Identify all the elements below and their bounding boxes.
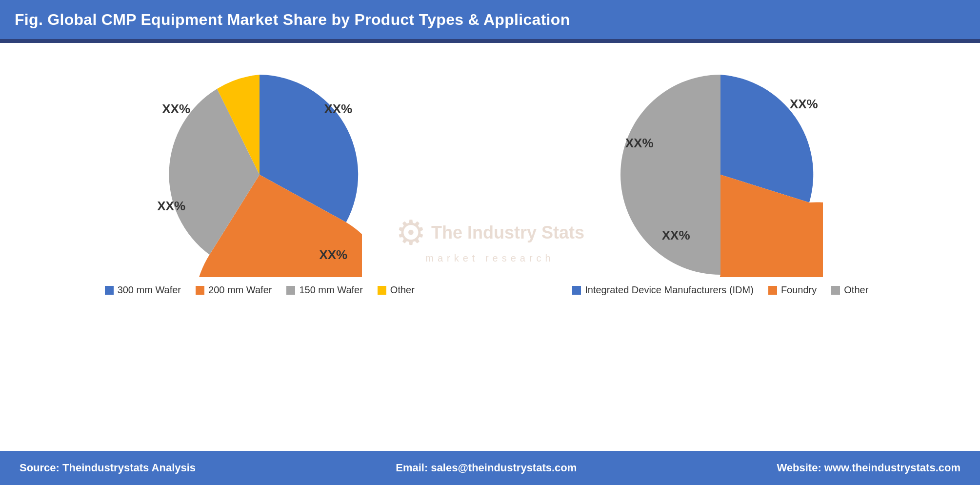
dark-divider	[0, 39, 980, 43]
legend-label-other-left: Other	[390, 284, 415, 296]
legend-color-150mm	[286, 286, 295, 295]
page-title: Fig. Global CMP Equipment Market Share b…	[15, 11, 570, 29]
legend-color-other-right	[831, 286, 840, 295]
legend-label-foundry: Foundry	[781, 284, 817, 296]
footer-email: Email: sales@theindustrystats.com	[396, 462, 577, 474]
legend-color-foundry	[768, 286, 777, 295]
main-content: ⚙ The Industry Stats market research	[0, 43, 980, 433]
legend-item-150mm: 150 mm Wafer	[286, 284, 362, 296]
legend-item-other-right: Other	[831, 284, 868, 296]
right-label-foundry: XX%	[662, 228, 690, 243]
right-label-other: XX%	[625, 136, 654, 151]
left-label-150mm: XX%	[157, 199, 185, 214]
right-legend: Integrated Device Manufacturers (IDM) Fo…	[572, 284, 868, 296]
legend-color-idm	[572, 286, 581, 295]
legend-item-other-left: Other	[378, 284, 415, 296]
legend-label-200mm: 200 mm Wafer	[208, 284, 272, 296]
legend-item-idm: Integrated Device Manufacturers (IDM)	[572, 284, 754, 296]
footer-website: Website: www.theindustrystats.com	[777, 462, 960, 474]
legend-label-other-right: Other	[844, 284, 868, 296]
left-label-200mm: XX%	[319, 247, 347, 263]
right-label-idm: XX%	[790, 97, 818, 112]
left-label-other: XX%	[162, 101, 190, 117]
legend-item-200mm: 200 mm Wafer	[196, 284, 272, 296]
page-wrapper: Fig. Global CMP Equipment Market Share b…	[0, 0, 980, 485]
legend-label-300mm: 300 mm Wafer	[118, 284, 181, 296]
footer-source: Source: Theindustrystats Analysis	[20, 462, 196, 474]
legend-color-300mm	[105, 286, 114, 295]
charts-row: XX% XX% XX% XX% 300 mm Wafer 200 mm Wafe…	[29, 62, 951, 296]
legend-color-200mm	[196, 286, 204, 295]
legend-label-idm: Integrated Device Manufacturers (IDM)	[585, 284, 754, 296]
right-pie-wrapper: XX% XX% XX%	[618, 72, 823, 277]
left-legend: 300 mm Wafer 200 mm Wafer 150 mm Wafer O…	[105, 284, 415, 296]
legend-color-other-left	[378, 286, 386, 295]
legend-label-150mm: 150 mm Wafer	[299, 284, 362, 296]
right-segment-other	[620, 75, 720, 275]
left-chart-container: XX% XX% XX% XX% 300 mm Wafer 200 mm Wafe…	[29, 62, 490, 296]
right-chart-container: XX% XX% XX% Integrated Device Manufactur…	[490, 62, 951, 296]
legend-item-foundry: Foundry	[768, 284, 817, 296]
left-label-300mm: XX%	[324, 101, 352, 117]
left-pie-wrapper: XX% XX% XX% XX%	[157, 72, 362, 277]
footer: Source: Theindustrystats Analysis Email:…	[0, 451, 980, 485]
legend-item-300mm: 300 mm Wafer	[105, 284, 181, 296]
page-header: Fig. Global CMP Equipment Market Share b…	[0, 0, 980, 39]
